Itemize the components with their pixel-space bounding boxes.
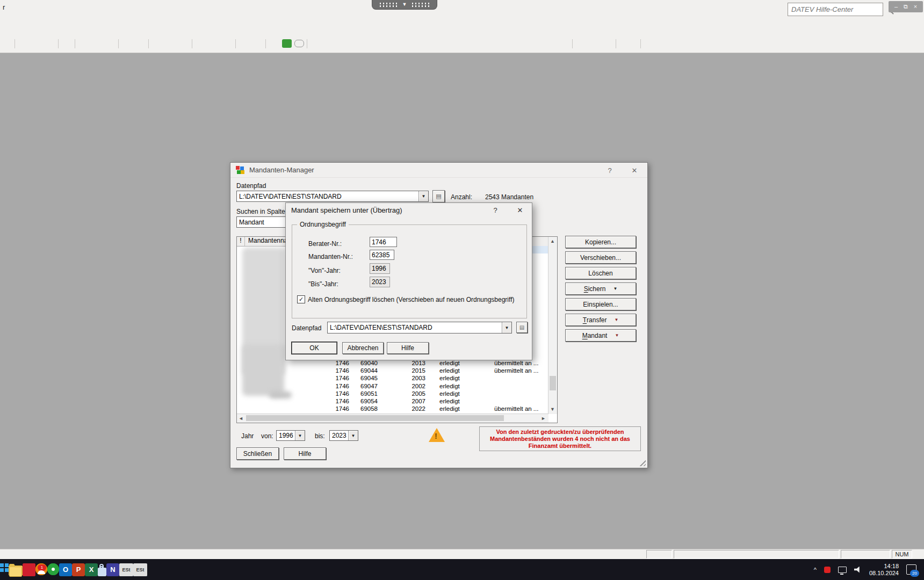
columns-icon[interactable]	[222, 38, 233, 49]
resize-grip[interactable]	[638, 459, 646, 466]
help-window-button[interactable]: Hilfe	[284, 447, 326, 460]
scroll-right-button[interactable]: ►	[539, 414, 547, 422]
table-row[interactable]: 1746 69045 2003 erledigt	[237, 375, 548, 382]
table-row[interactable]: 1746 69040 2013 erledigt übermittelt an …	[237, 360, 548, 367]
dialog-close-icon[interactable]: ✕	[512, 205, 528, 215]
outlook-icon[interactable]: O	[59, 563, 72, 576]
move-up-icon[interactable]	[524, 38, 535, 49]
lex-icon[interactable]	[282, 39, 292, 48]
close-window-button[interactable]: Schließen	[236, 447, 279, 460]
comment-icon[interactable]	[294, 40, 304, 47]
table-row[interactable]: 1746 69051 2005 erledigt	[237, 390, 548, 398]
minimize-button[interactable]: –	[894, 4, 898, 10]
horizontal-scroll-thumb[interactable]	[246, 415, 504, 421]
chevron-down-icon[interactable]: ▼	[348, 431, 358, 440]
scroll-left-button[interactable]: ◄	[237, 414, 245, 422]
checklist-icon[interactable]	[45, 38, 55, 49]
close-icon[interactable]: ✕	[627, 165, 642, 175]
move-down-icon[interactable]	[559, 38, 569, 49]
dialog-browse-path-button[interactable]: ▤	[516, 322, 528, 333]
menu-item[interactable]	[35, 18, 40, 20]
powerpoint-icon[interactable]: P	[72, 563, 85, 576]
delete-old-key-checkbox[interactable]: ✓	[297, 295, 305, 303]
copy-button[interactable]: Kopieren...	[565, 236, 636, 248]
est-app-icon-2[interactable]: ESt	[133, 563, 147, 576]
chevron-down-icon[interactable]: ▼	[295, 431, 305, 440]
dialog-help-bottom-button[interactable]: Hilfe	[387, 342, 429, 354]
chevron-down-icon[interactable]: ▼	[418, 191, 428, 201]
browse-path-button[interactable]: ▤	[432, 190, 445, 202]
von-jahr-combobox[interactable]: 1996 ▼	[276, 430, 305, 441]
table-row[interactable]: 1746 69047 2002 erledigt	[237, 383, 548, 390]
taskbar-clock[interactable]: 14:18 08.10.2024	[869, 563, 899, 577]
onenote-icon[interactable]: N	[106, 563, 119, 576]
paste-icon[interactable]	[105, 38, 116, 49]
chevron-down-icon[interactable]: ▼	[502, 322, 511, 333]
handshake-icon[interactable]	[31, 38, 42, 49]
bis-jahr-combobox[interactable]: 2023 ▼	[329, 430, 358, 441]
sum-icon[interactable]	[208, 38, 219, 49]
scroll-up-button[interactable]: ▲	[548, 237, 557, 245]
backup-button[interactable]: Sichern▼	[565, 282, 636, 295]
contacts-icon[interactable]: 1	[35, 563, 47, 575]
form-icon[interactable]	[18, 38, 28, 49]
restore-button[interactable]: ⧉	[904, 4, 908, 10]
ok-button[interactable]: OK	[292, 342, 337, 354]
refresh-icon[interactable]	[310, 38, 321, 49]
preview-icon[interactable]	[657, 38, 668, 49]
menu-item[interactable]	[5, 18, 10, 20]
start-button[interactable]	[0, 563, 9, 572]
print-icon[interactable]	[670, 38, 681, 49]
doc-add-icon[interactable]	[151, 38, 162, 49]
layout-dropdown-icon[interactable]	[632, 38, 638, 49]
restore-button[interactable]: Einspielen...	[565, 298, 636, 310]
tray-display-icon[interactable]	[838, 567, 847, 573]
est-app-icon[interactable]: ESt	[119, 563, 133, 576]
est-doc-icon[interactable]	[1, 38, 12, 49]
tray-expand-icon[interactable]: ^	[814, 567, 817, 573]
cut-icon[interactable]	[78, 38, 89, 49]
play-icon[interactable]	[61, 38, 72, 49]
flag-icon[interactable]	[121, 38, 132, 49]
move-button[interactable]: Verschieben...	[565, 251, 636, 264]
window-titlebar[interactable]: Mandanten-Manager	[230, 163, 647, 178]
table-row[interactable]: 1746 69044 2015 erledigt übermittelt an …	[237, 367, 548, 375]
table-row[interactable]: 1746 69054 2007 erledigt	[237, 398, 548, 405]
messenger-icon[interactable]	[47, 563, 59, 575]
indent-icon[interactable]	[537, 38, 548, 49]
scroll-down-button[interactable]: ▼	[548, 405, 557, 413]
help-search-input[interactable]	[788, 5, 890, 13]
transfer-button[interactable]: Transfer▼	[565, 314, 636, 326]
tray-alert-icon[interactable]	[824, 567, 831, 573]
toolbar-dock-handle[interactable]: ▼	[372, 0, 437, 10]
close-button[interactable]: ×	[914, 4, 917, 10]
doc-clip-icon[interactable]	[239, 38, 249, 49]
doc-edit-icon[interactable]	[165, 38, 176, 49]
mandanten-nr-field[interactable]	[370, 250, 394, 260]
action-center-icon[interactable]: 20	[906, 564, 916, 575]
berater-nr-field[interactable]	[370, 237, 397, 247]
copy-icon[interactable]	[91, 38, 102, 49]
tray-volume-icon[interactable]	[854, 567, 862, 573]
vertical-scroll-thumb[interactable]	[550, 376, 556, 390]
menu-item[interactable]	[20, 18, 25, 20]
toolbar-drag-handle[interactable]	[517, 38, 521, 49]
datenpfad-combobox[interactable]: L:\DATEV\DATEN\EST\STANDARD ▼	[236, 191, 429, 202]
explorer-icon[interactable]	[9, 566, 23, 576]
password-safe-icon[interactable]	[98, 568, 106, 574]
horizontal-scrollbar[interactable]: ◄ ►	[237, 414, 548, 423]
calculator-icon[interactable]	[252, 38, 263, 49]
dialog-help-button[interactable]: ?	[488, 205, 503, 215]
window-layout-icon[interactable]	[619, 38, 630, 49]
help-search[interactable]	[788, 3, 883, 16]
word-export-icon[interactable]	[684, 38, 695, 49]
table-row[interactable]: 1746 69058 2022 erledigt übermittelt an …	[237, 405, 548, 413]
tree-icon[interactable]	[195, 38, 206, 49]
flag-outline-icon[interactable]	[135, 38, 146, 49]
excel-icon[interactable]: X	[85, 563, 98, 576]
help-button[interactable]: ?	[602, 165, 617, 175]
table-icon[interactable]	[644, 38, 654, 49]
new-folder-icon[interactable]	[575, 38, 586, 49]
page-icon[interactable]	[589, 38, 600, 49]
cancel-button[interactable]: Abbrechen	[342, 342, 384, 354]
